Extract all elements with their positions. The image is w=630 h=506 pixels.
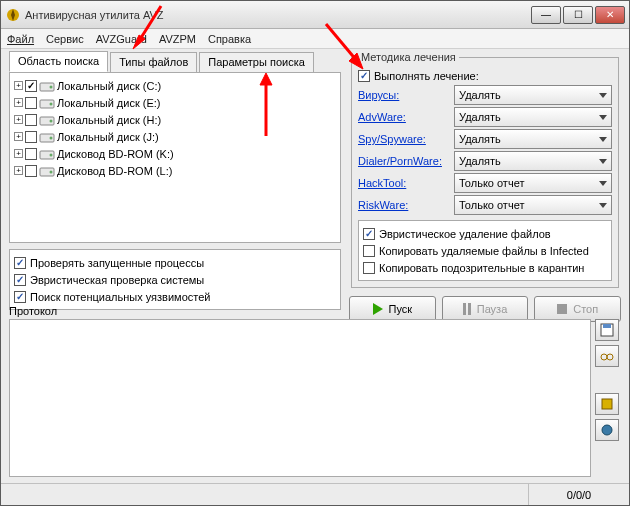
expand-icon[interactable]: +: [14, 115, 23, 124]
menu-file[interactable]: Файл: [7, 33, 34, 45]
drive-label: Локальный диск (C:): [57, 80, 161, 92]
lbl-heuristic: Эвристическая проверка системы: [30, 274, 204, 286]
lbl-perform-treatment: Выполнять лечение:: [374, 70, 479, 82]
tab-search-params[interactable]: Параметры поиска: [199, 52, 314, 73]
drive-row[interactable]: +Дисковод BD-ROM (L:): [14, 162, 336, 179]
drive-label: Локальный диск (J:): [57, 131, 159, 143]
cb-copy-quarantine[interactable]: [363, 262, 375, 274]
svg-point-15: [601, 354, 607, 360]
combo-spyware[interactable]: Удалять: [454, 129, 612, 149]
drive-icon: [39, 147, 55, 161]
svg-point-4: [50, 102, 53, 105]
right-column: Методика лечения Выполнять лечение: Виру…: [349, 51, 621, 322]
pause-icon: [463, 303, 471, 315]
lbl-spyware[interactable]: Spy/Spyware:: [358, 133, 448, 145]
tabs: Область поиска Типы файлов Параметры пои…: [9, 51, 341, 73]
drive-row[interactable]: +Локальный диск (E:): [14, 94, 336, 111]
side-toolbar: [595, 319, 621, 441]
cb-copy-infected[interactable]: [363, 245, 375, 257]
drive-icon: [39, 79, 55, 93]
drive-row[interactable]: +Локальный диск (J:): [14, 128, 336, 145]
lbl-copy-quarantine: Копировать подозрительные в карантин: [379, 262, 584, 274]
expand-icon[interactable]: +: [14, 132, 23, 141]
combo-advware[interactable]: Удалять: [454, 107, 612, 127]
lbl-advware[interactable]: AdvWare:: [358, 111, 448, 123]
drive-checkbox[interactable]: [25, 131, 37, 143]
expand-icon[interactable]: +: [14, 166, 23, 175]
drive-checkbox[interactable]: [25, 97, 37, 109]
lbl-virus[interactable]: Вирусы:: [358, 89, 448, 101]
protocol-textarea[interactable]: [9, 319, 591, 477]
app-icon: [5, 7, 21, 23]
lbl-dialer[interactable]: Dialer/PornWare:: [358, 155, 448, 167]
chevron-down-icon: [599, 203, 607, 208]
combo-dialer[interactable]: Удалять: [454, 151, 612, 171]
drive-tree[interactable]: +Локальный диск (C:)+Локальный диск (E:)…: [9, 73, 341, 243]
drive-label: Локальный диск (E:): [57, 97, 161, 109]
window-controls: — ☐ ✕: [531, 6, 625, 24]
lbl-copy-infected: Копировать удаляемые файлы в Infected: [379, 245, 589, 257]
menu-bar: Файл Сервис AVZGuard AVZPM Справка: [1, 29, 629, 49]
maximize-button[interactable]: ☐: [563, 6, 593, 24]
drive-label: Дисковод BD-ROM (L:): [57, 165, 172, 177]
cb-check-processes[interactable]: [14, 257, 26, 269]
drive-row[interactable]: +Дисковод BD-ROM (K:): [14, 145, 336, 162]
treatment-group: Методика лечения Выполнять лечение: Виру…: [351, 51, 619, 288]
window-title: Антивирусная утилита AVZ: [25, 9, 531, 21]
combo-hacktool[interactable]: Только отчет: [454, 173, 612, 193]
drive-label: Дисковод BD-ROM (K:): [57, 148, 174, 160]
drive-checkbox[interactable]: [25, 165, 37, 177]
save-log-button[interactable]: [595, 319, 619, 341]
chevron-down-icon: [599, 115, 607, 120]
lbl-riskware[interactable]: RiskWare:: [358, 199, 448, 211]
status-left: [1, 484, 529, 505]
tab-file-types[interactable]: Типы файлов: [110, 52, 197, 73]
expand-icon[interactable]: +: [14, 98, 23, 107]
left-column: Область поиска Типы файлов Параметры пои…: [9, 51, 341, 310]
left-options: Проверять запущенные процессы Эвристичес…: [9, 249, 341, 310]
minimize-button[interactable]: —: [531, 6, 561, 24]
combo-riskware[interactable]: Только отчет: [454, 195, 612, 215]
svg-point-12: [50, 170, 53, 173]
svg-point-16: [607, 354, 613, 360]
drive-row[interactable]: +Локальный диск (H:): [14, 111, 336, 128]
treatment-legend: Методика лечения: [358, 51, 459, 63]
lbl-heur-delete: Эвристическое удаление файлов: [379, 228, 551, 240]
drive-checkbox[interactable]: [25, 148, 37, 160]
drive-icon: [39, 113, 55, 127]
drive-row[interactable]: +Локальный диск (C:): [14, 77, 336, 94]
expand-icon[interactable]: +: [14, 81, 23, 90]
treatment-options: Эвристическое удаление файлов Копировать…: [358, 220, 612, 281]
lbl-vulnerabilities: Поиск потенциальных уязвимостей: [30, 291, 210, 303]
cb-heuristic[interactable]: [14, 274, 26, 286]
menu-avzpm[interactable]: AVZPM: [159, 33, 196, 45]
svg-point-18: [602, 425, 612, 435]
drive-checkbox[interactable]: [25, 80, 37, 92]
menu-avzguard[interactable]: AVZGuard: [96, 33, 147, 45]
cb-vulnerabilities[interactable]: [14, 291, 26, 303]
svg-rect-14: [603, 324, 611, 328]
play-icon: [373, 303, 383, 315]
glasses-button[interactable]: [595, 345, 619, 367]
lbl-check-processes: Проверять запущенные процессы: [30, 257, 204, 269]
tool-button-1[interactable]: [595, 393, 619, 415]
combo-virus[interactable]: Удалять: [454, 85, 612, 105]
svg-point-6: [50, 119, 53, 122]
status-counts: 0/0/0: [529, 484, 629, 505]
menu-service[interactable]: Сервис: [46, 33, 84, 45]
drive-label: Локальный диск (H:): [57, 114, 161, 126]
status-bar: 0/0/0: [1, 483, 629, 505]
chevron-down-icon: [599, 137, 607, 142]
menu-help[interactable]: Справка: [208, 33, 251, 45]
lbl-hacktool[interactable]: HackTool:: [358, 177, 448, 189]
drive-icon: [39, 130, 55, 144]
close-button[interactable]: ✕: [595, 6, 625, 24]
tab-search-area[interactable]: Область поиска: [9, 51, 108, 72]
drive-checkbox[interactable]: [25, 114, 37, 126]
cb-heur-delete[interactable]: [363, 228, 375, 240]
cb-perform-treatment[interactable]: [358, 70, 370, 82]
svg-point-8: [50, 136, 53, 139]
expand-icon[interactable]: +: [14, 149, 23, 158]
stop-icon: [557, 304, 567, 314]
tool-button-2[interactable]: [595, 419, 619, 441]
